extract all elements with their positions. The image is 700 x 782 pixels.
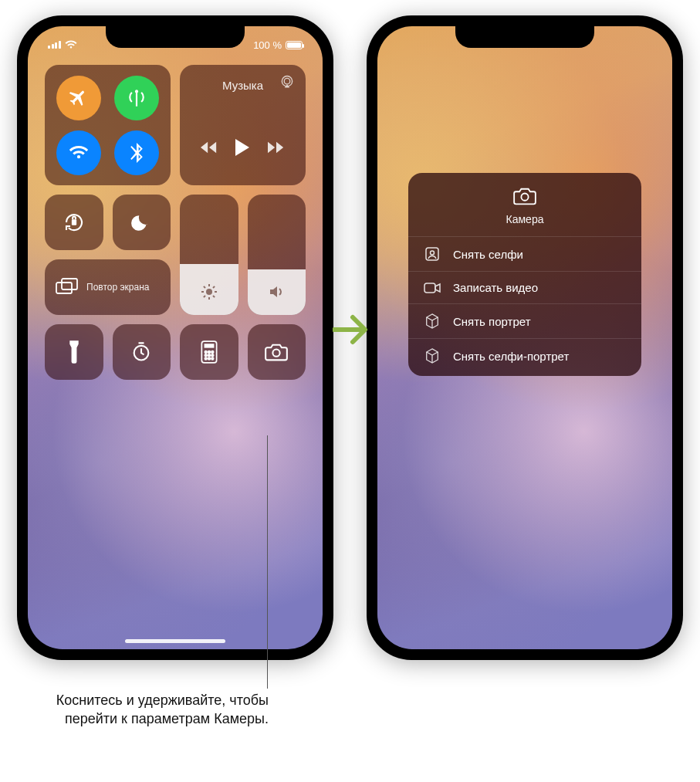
- camera-action-label: Снять селфи-портрет: [453, 350, 569, 363]
- bluetooth-toggle[interactable]: [114, 130, 159, 175]
- iphone-left: 100 %: [17, 15, 333, 660]
- connectivity-module[interactable]: [45, 65, 171, 185]
- camera-action-video[interactable]: Записать видео: [408, 271, 641, 303]
- svg-point-11: [211, 351, 214, 354]
- bluetooth-icon: [130, 143, 144, 163]
- svg-point-1: [284, 78, 290, 84]
- screen-mirroring-label: Повтор экрана: [86, 282, 149, 293]
- notch: [106, 26, 245, 48]
- flashlight-icon: [68, 340, 80, 364]
- svg-point-19: [521, 194, 528, 201]
- camera-action-label: Записать видео: [453, 281, 538, 294]
- antenna-icon: [127, 88, 147, 108]
- camera-panel-title: Камера: [408, 213, 641, 225]
- home-indicator[interactable]: [125, 639, 225, 643]
- svg-rect-8: [204, 344, 214, 347]
- wifi-icon: [69, 145, 89, 161]
- camera-action-selfie[interactable]: Снять селфи: [408, 236, 641, 271]
- battery-icon: [286, 41, 303, 49]
- flashlight-button[interactable]: [45, 324, 103, 380]
- wifi-toggle[interactable]: [56, 130, 101, 175]
- brightness-icon: [200, 283, 218, 304]
- volume-icon: [267, 283, 286, 304]
- svg-rect-5: [62, 279, 77, 289]
- svg-rect-4: [56, 283, 72, 293]
- svg-point-12: [205, 354, 207, 357]
- camera-panel-header[interactable]: Камера: [408, 187, 641, 236]
- airplane-icon: [69, 88, 89, 108]
- airplane-mode-toggle[interactable]: [56, 76, 101, 120]
- svg-point-18: [273, 350, 280, 357]
- camera-icon: [265, 343, 288, 361]
- camera-action-list: Снять селфи Записать видео Снять портрет: [408, 236, 641, 373]
- airplay-icon[interactable]: [279, 74, 295, 93]
- calculator-icon: [201, 340, 218, 364]
- calculator-button[interactable]: [180, 324, 238, 380]
- moon-icon: [131, 212, 151, 232]
- selfie-icon: [424, 246, 441, 262]
- camera-action-portrait[interactable]: Снять портрет: [408, 303, 641, 338]
- camera-button[interactable]: [248, 324, 306, 380]
- brightness-slider[interactable]: [180, 195, 238, 315]
- screen-mirroring-button[interactable]: Повтор экрана: [45, 259, 171, 315]
- cube-icon: [424, 313, 441, 329]
- media-title: Музыка: [192, 79, 293, 92]
- screen-control-center: 100 %: [28, 26, 323, 649]
- transition-arrow-icon: [333, 313, 370, 350]
- cellular-data-toggle[interactable]: [114, 76, 159, 120]
- iphone-right: Камера Снять селфи Записать видео: [367, 15, 683, 660]
- orientation-lock-toggle[interactable]: [45, 195, 103, 250]
- camera-action-label: Снять портрет: [453, 315, 531, 328]
- svg-point-17: [211, 357, 214, 360]
- timer-icon: [130, 341, 152, 363]
- camera-icon: [513, 187, 536, 205]
- orientation-lock-icon: [63, 211, 86, 234]
- video-icon: [424, 282, 441, 294]
- svg-point-10: [208, 351, 210, 354]
- control-center-grid: Музыка: [45, 65, 306, 380]
- svg-rect-2: [72, 219, 76, 225]
- play-button[interactable]: [235, 139, 250, 159]
- svg-point-14: [211, 354, 214, 357]
- battery-percent: 100 %: [253, 39, 282, 51]
- notch: [455, 26, 594, 48]
- svg-point-16: [208, 357, 210, 360]
- prev-track-button[interactable]: [201, 140, 218, 157]
- camera-action-selfie-portrait[interactable]: Снять селфи-портрет: [408, 338, 641, 373]
- screen-camera-options: Камера Снять селфи Записать видео: [377, 26, 672, 649]
- camera-action-label: Снять селфи: [453, 248, 523, 261]
- timer-button[interactable]: [113, 324, 171, 380]
- screen-mirroring-icon: [56, 278, 79, 296]
- volume-slider[interactable]: [248, 195, 306, 315]
- svg-point-15: [205, 357, 207, 360]
- wifi-icon: [65, 40, 77, 49]
- cube-icon: [424, 348, 441, 364]
- svg-point-13: [208, 354, 210, 357]
- caption-text: Коснитесь и удерживайте, чтобы перейти к…: [8, 691, 269, 729]
- media-module[interactable]: Музыка: [180, 65, 306, 185]
- svg-point-9: [205, 351, 207, 354]
- do-not-disturb-toggle[interactable]: [113, 195, 171, 250]
- svg-point-3: [206, 289, 212, 295]
- svg-rect-22: [424, 283, 435, 293]
- callout-leader-line: [267, 435, 268, 689]
- next-track-button[interactable]: [268, 140, 285, 157]
- camera-quick-actions-panel: Камера Снять селфи Записать видео: [408, 173, 641, 376]
- svg-point-21: [431, 251, 435, 255]
- cellular-signal-icon: [48, 41, 61, 49]
